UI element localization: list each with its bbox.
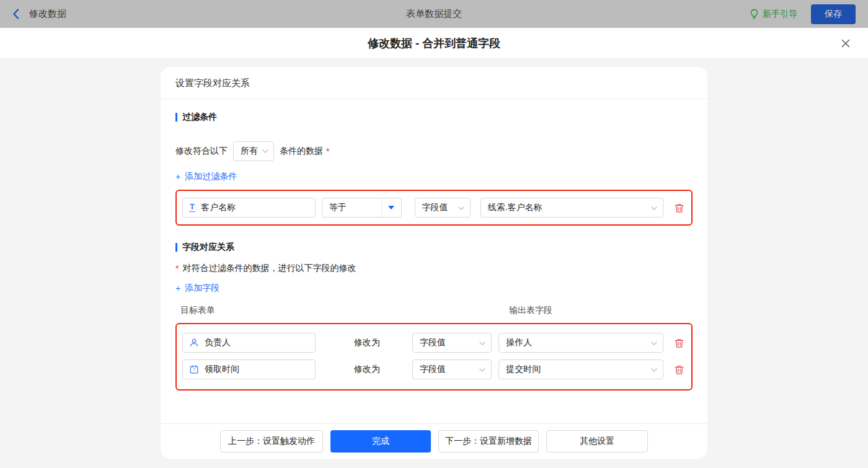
mapping-column-headers: 目标表单 输出表字段 xyxy=(175,305,693,316)
trash-icon[interactable] xyxy=(672,363,686,376)
other-settings-button[interactable]: 其他设置 xyxy=(546,430,648,453)
filter-value-select[interactable]: 线索.客户名称 xyxy=(480,198,664,218)
svg-text:7: 7 xyxy=(193,368,195,372)
filter-value-type-select[interactable]: 字段值 xyxy=(415,198,471,218)
panel-footer: 上一步：设置触发动作 完成 下一步：设置新增数据 其他设置 xyxy=(161,423,707,459)
filter-section-title: 过滤条件 xyxy=(175,112,693,123)
mapping-value-select[interactable]: 操作人 xyxy=(498,333,663,353)
column-header-target-form: 目标表单 xyxy=(180,305,215,315)
lightbulb-icon xyxy=(750,9,759,19)
plus-icon: + xyxy=(175,172,180,182)
next-step-button[interactable]: 下一步：设置新增数据 xyxy=(438,430,539,453)
prev-step-button[interactable]: 上一步：设置触发动作 xyxy=(220,430,323,453)
beginner-guide-link[interactable]: 新手引导 xyxy=(750,9,797,20)
text-field-icon: T xyxy=(189,203,195,212)
filter-highlight-box: T 客户名称 等于 字段值 xyxy=(175,190,693,226)
filter-field-input[interactable]: T 客户名称 xyxy=(182,198,316,218)
modal-header: 修改数据 - 合并到普通字段 xyxy=(0,28,868,59)
chevron-left-icon xyxy=(12,9,19,19)
section-marker xyxy=(175,243,177,252)
condition-suffix-label: 条件的数据 xyxy=(280,146,323,157)
panel-header-title: 设置字段对应关系 xyxy=(161,67,707,99)
mapping-section-title: 字段对应关系 xyxy=(175,242,693,253)
mapping-highlight-box: 负责人 修改为 字段值 操作人 xyxy=(175,323,693,391)
plus-icon: + xyxy=(175,283,180,293)
topbar: 修改数据 表单数据提交 新手引导 保存 xyxy=(0,0,868,28)
done-button[interactable]: 完成 xyxy=(330,430,431,453)
back-button[interactable]: 修改数据 xyxy=(12,8,66,20)
section-marker xyxy=(175,113,177,121)
mapping-row: 7 领取时间 修改为 字段值 提交时间 xyxy=(182,360,686,379)
beginner-guide-label: 新手引导 xyxy=(763,9,797,20)
close-icon[interactable] xyxy=(839,37,852,50)
mapping-value-type-select[interactable]: 字段值 xyxy=(412,333,492,353)
filter-row: T 客户名称 等于 字段值 xyxy=(182,198,686,218)
condition-prefix-label: 修改符合以下 xyxy=(175,146,228,157)
required-mark: * xyxy=(326,146,329,156)
modal-title: 修改数据 - 合并到普通字段 xyxy=(368,36,500,51)
caret-down-icon xyxy=(388,206,394,210)
trash-icon[interactable] xyxy=(672,201,686,214)
back-label: 修改数据 xyxy=(29,8,66,20)
calendar-icon: 7 xyxy=(189,364,199,374)
mapping-row: 负责人 修改为 字段值 操作人 xyxy=(182,333,686,353)
filter-operator-select[interactable]: 等于 xyxy=(322,198,402,218)
settings-panel: 设置字段对应关系 过滤条件 修改符合以下 所有 条件的数据 * + xyxy=(161,67,707,459)
chevron-down-icon xyxy=(262,149,268,153)
mapping-hint: * 对符合过滤条件的数据，进行以下字段的修改 xyxy=(175,263,693,274)
column-header-output-field: 输出表字段 xyxy=(509,305,552,316)
user-icon xyxy=(189,338,199,348)
chevron-down-icon xyxy=(479,368,485,372)
chevron-down-icon xyxy=(651,368,657,372)
chevron-down-icon xyxy=(651,342,657,345)
chevron-down-icon xyxy=(651,206,657,210)
page-title: 表单数据提交 xyxy=(0,8,868,20)
mapping-value-select[interactable]: 提交时间 xyxy=(498,360,663,379)
caret-zone xyxy=(381,198,401,217)
filter-condition-row: 修改符合以下 所有 条件的数据 * xyxy=(175,141,693,161)
modify-to-label: 修改为 xyxy=(354,337,381,348)
add-field-link[interactable]: + 添加字段 xyxy=(175,283,219,294)
modal-body: 设置字段对应关系 过滤条件 修改符合以下 所有 条件的数据 * + xyxy=(0,59,868,467)
add-filter-condition-link[interactable]: + 添加过滤条件 xyxy=(175,171,237,182)
required-mark: * xyxy=(175,263,179,273)
mapping-field-input[interactable]: 7 领取时间 xyxy=(182,360,316,379)
mapping-value-type-select[interactable]: 字段值 xyxy=(412,360,492,379)
chevron-down-icon xyxy=(479,342,485,345)
chevron-down-icon xyxy=(458,206,464,210)
save-button[interactable]: 保存 xyxy=(811,4,856,24)
condition-match-select[interactable]: 所有 xyxy=(233,141,274,161)
mapping-field-input[interactable]: 负责人 xyxy=(182,333,316,353)
modify-to-label: 修改为 xyxy=(354,364,381,375)
trash-icon[interactable] xyxy=(672,336,686,350)
